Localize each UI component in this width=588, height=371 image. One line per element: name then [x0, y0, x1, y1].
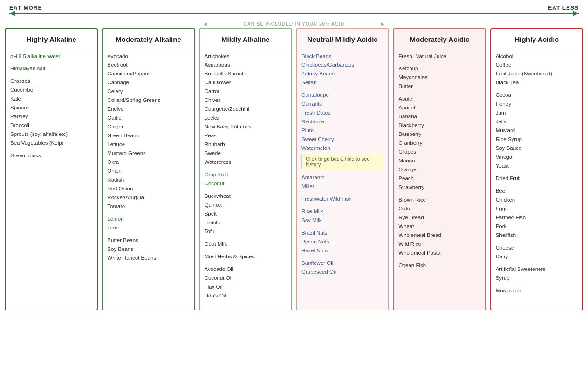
list-item: Butter [398, 82, 480, 91]
list-item: Celery [107, 87, 189, 96]
list-item: Hazel Nuts [301, 246, 383, 255]
item-group-mildly-alkaline-5: Avocado OilCoconut OilFlax OilUdo's Oil [205, 265, 287, 300]
list-item: Soy Milk [301, 216, 383, 225]
item-group-neutral-mildly-acidic-2: AmaranthMillet [301, 173, 383, 191]
list-item: Chicken [496, 196, 578, 204]
list-item: Wholemeal Pasta [398, 249, 480, 257]
list-item: Eggs [496, 204, 578, 213]
list-item: Apple [398, 94, 480, 103]
item-group-moderately-alkaline-2: Butter BeansSoy BeansWhite Haricot Beans [107, 236, 189, 263]
list-item: Grapes [398, 148, 480, 156]
list-item: Sweet Cherry [301, 135, 383, 144]
top-bar: EAT MORE EAT LESS [0, 0, 588, 13]
list-item: Farmed Fish [496, 213, 578, 222]
list-item: Carrot [205, 87, 287, 96]
list-item: Seitan [301, 78, 383, 87]
item-group-moderately-alkaline-1: LemonLime [107, 215, 189, 232]
list-item: Jelly [496, 117, 578, 126]
list-item: Lemon [107, 215, 189, 223]
item-group-highly-acidic-5: Artificfial SweetenersSyrup [496, 265, 578, 283]
list-item: Tomato [107, 202, 189, 211]
acid-arrow-left [204, 24, 241, 24]
list-item: Ocean Fish [398, 261, 480, 270]
list-item: Coconut Oil [205, 274, 287, 283]
item-group-highly-alkaline-1: Himalayan salt [10, 64, 92, 73]
list-item: Peach [398, 174, 480, 183]
tooltip-box: Click to go back, hold to see history [301, 154, 383, 169]
list-item: Shellfish [496, 231, 578, 240]
list-item: Radish [107, 175, 189, 184]
item-group-mildly-alkaline-2: BuckwheatQuinoaSpeltLentilsTofu [205, 192, 287, 236]
list-item: Tofu [205, 227, 287, 236]
col-divider-highly-acidic [496, 49, 578, 49]
list-item: Lettuce [107, 140, 189, 149]
item-group-highly-alkaline-2: GrassesCucumberKaleSpinachParsleyBroccol… [10, 77, 92, 148]
list-item: Avocado [107, 52, 189, 61]
item-group-neutral-mildly-acidic-6: Sunflower OilGrapeseed Oil [301, 259, 383, 277]
acid-arrow-right [347, 24, 384, 24]
list-item: Rice Milk [301, 207, 383, 216]
list-item: Amaranth [301, 173, 383, 182]
list-item: Himalayan salt [10, 64, 92, 73]
list-item: Currants [301, 100, 383, 108]
list-item: Sunflower Oil [301, 259, 383, 268]
list-item: Courgette/Zucchini [205, 105, 287, 114]
list-item: Fruit Juice (Sweetened) [496, 69, 578, 78]
column-highly-alkaline: Highly AlkalinepH 9.5 alkaline waterHima… [5, 28, 98, 310]
item-group-neutral-mildly-acidic-0: Black BeansChickpeas/GarbanzosKidney Bea… [301, 52, 383, 88]
list-item: Beef [496, 187, 578, 196]
list-item: White Haricot Beans [107, 254, 189, 263]
list-item: Avocado Oil [205, 265, 287, 274]
list-item: Strawberry [398, 183, 480, 192]
item-group-mildly-alkaline-4: Most Herbs & Spices [205, 252, 287, 261]
item-group-moderately-alkaline-0: AvocadoBeetrootCapsicum/PepperCabbageCel… [107, 52, 189, 211]
list-item: Spinach [10, 103, 92, 112]
col-divider-moderately-alkaline [107, 49, 189, 49]
list-item: Spelt [205, 209, 287, 218]
list-item: Artificfial Sweeteners [496, 265, 578, 274]
col-divider-highly-alkaline [10, 49, 92, 49]
list-item: Sea Vegetables (Kelp) [10, 139, 92, 148]
list-item: Most Herbs & Spices [205, 252, 287, 261]
list-item: Millet [301, 182, 383, 191]
list-item: Grapefruit [205, 170, 287, 179]
list-item: Ginger [107, 122, 189, 131]
item-group-highly-alkaline-0: pH 9.5 alkaline water [10, 52, 92, 61]
list-item: New Baby Potatoes [205, 122, 287, 131]
list-item: Grapeseed Oil [301, 268, 383, 277]
column-mildly-alkaline: Mildly AlkalineArtichokesAsparagusBrusse… [199, 28, 292, 310]
list-item: Kale [10, 94, 92, 103]
list-item: Oats [398, 204, 480, 213]
col-header-moderately-acidic: Moderately Acidic [398, 35, 480, 44]
list-item: Honey [496, 100, 578, 108]
list-item: Green Beans [107, 131, 189, 140]
list-item: Rocket/Arugula [107, 193, 189, 202]
list-item: Grasses [10, 77, 92, 86]
columns-container: Highly AlkalinepH 9.5 alkaline waterHima… [0, 28, 588, 315]
list-item: Lentils [205, 218, 287, 227]
list-item: Mustard [496, 126, 578, 135]
item-group-neutral-mildly-acidic-4: Rice MilkSoy Milk [301, 207, 383, 225]
list-item: Syrup [496, 274, 578, 283]
list-item: Mango [398, 156, 480, 165]
item-group-neutral-mildly-acidic-5: Brazil NutsPecan NutsHazel Nuts [301, 229, 383, 255]
acid-note-row: CAN BE INCLUDED IN YOUR 20% ACID [0, 21, 588, 27]
list-item: Swede [205, 149, 287, 158]
list-item: Butter Beans [107, 236, 189, 245]
list-item: Jam [496, 108, 578, 117]
list-item: Collard/Spring Greens [107, 96, 189, 105]
list-item: Goat Milk [205, 240, 287, 249]
item-group-moderately-acidic-1: KetchupMayonnaiseButter [398, 64, 480, 91]
list-item: Peas [205, 131, 287, 140]
list-item: Dried Fruit [496, 174, 578, 183]
list-item: Beetroot [107, 61, 189, 69]
list-item: Wild Rice [398, 240, 480, 249]
list-item: Freshwater Wild Fish [301, 195, 383, 203]
list-item: Blackberry [398, 121, 480, 130]
list-item: Okra [107, 158, 189, 167]
item-group-highly-acidic-3: BeefChickenEggsFarmed FishPorkShellfish [496, 187, 578, 240]
item-group-mildly-alkaline-3: Goat Milk [205, 240, 287, 249]
list-item: Red Onion [107, 184, 189, 193]
list-item: Cheese [496, 243, 578, 252]
item-group-highly-acidic-1: CocoaHoneyJamJellyMustardRice SyrupSoy S… [496, 91, 578, 170]
